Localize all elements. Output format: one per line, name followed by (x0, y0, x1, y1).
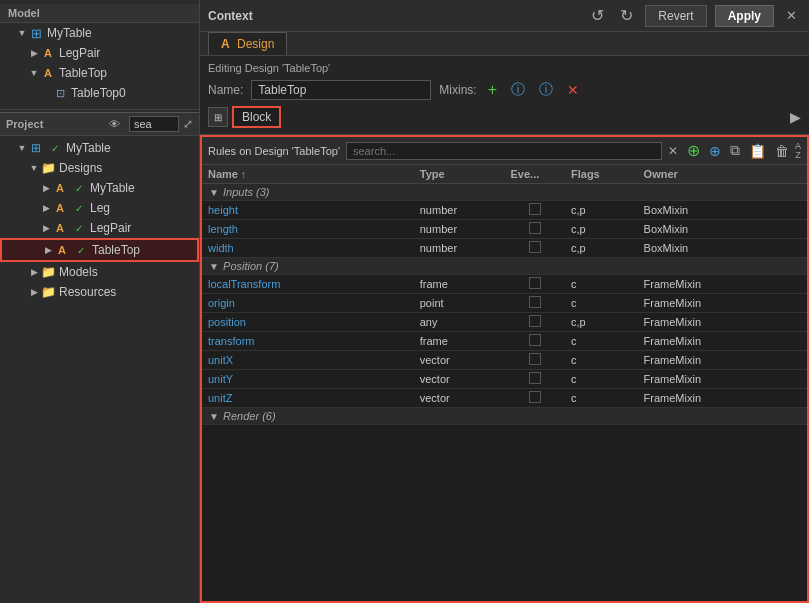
group-row-position[interactable]: ▼ Position (7) (202, 258, 807, 275)
project-tree: ▼ ⊞ ✓ MyTable ▼ 📁 Designs ▶ A ✓ MyTable (0, 136, 199, 603)
tree-item-designs[interactable]: ▼ 📁 Designs (0, 158, 199, 178)
tree-item-tabletop-model[interactable]: ▼ A TableTop (0, 63, 199, 83)
check-icon: ✓ (71, 180, 87, 196)
eve-checkbox[interactable] (529, 241, 541, 253)
group-row-render[interactable]: ▼ Render (6) (202, 408, 807, 425)
expand-arrow: ▶ (28, 48, 40, 58)
expand-arrow: ▶ (40, 183, 52, 193)
item-icon: ⊡ (52, 85, 68, 101)
cell-eve (505, 370, 566, 389)
table-row[interactable]: width number c,p BoxMixin (202, 239, 807, 258)
left-panel: Model ▼ ⊞ MyTable ▶ A LegPair ▼ A TableT… (0, 0, 200, 603)
mixin-info2-button[interactable]: ⓘ (536, 81, 556, 99)
cell-type: point (414, 294, 505, 313)
eve-checkbox[interactable] (529, 391, 541, 403)
mixin-add-button[interactable]: + (485, 81, 500, 99)
expand-arrow: ▶ (40, 223, 52, 233)
rules-search-input[interactable] (346, 142, 662, 160)
design-tab-label: Design (237, 37, 274, 51)
eve-checkbox[interactable] (529, 296, 541, 308)
table-row[interactable]: unitZ vector c FrameMixin (202, 389, 807, 408)
table-row[interactable]: unitY vector c FrameMixin (202, 370, 807, 389)
eve-checkbox[interactable] (529, 334, 541, 346)
cell-flags: c (565, 389, 638, 408)
rules-search-clear-button[interactable]: ✕ (668, 144, 678, 158)
design-tab[interactable]: A Design (208, 32, 287, 55)
tree-item-models[interactable]: ▶ 📁 Models (0, 262, 199, 282)
tree-item-tabletop0[interactable]: ⊡ TableTop0 (0, 83, 199, 103)
block-icon[interactable]: ⊞ (208, 107, 228, 127)
undo-button[interactable]: ↺ (587, 4, 608, 27)
eve-checkbox[interactable] (529, 372, 541, 384)
table-row[interactable]: position any c,p FrameMixin (202, 313, 807, 332)
tree-item-mytable[interactable]: ▼ ⊞ MyTable (0, 23, 199, 43)
cell-eve (505, 351, 566, 370)
project-section: Project 👁 ⤢ ▼ ⊞ ✓ MyTable ▼ 📁 Designs (0, 112, 199, 603)
tree-item-legpair[interactable]: ▶ A LegPair (0, 43, 199, 63)
tree-item-leg-design[interactable]: ▶ A ✓ Leg (0, 198, 199, 218)
rules-copy-button[interactable]: ⧉ (727, 141, 743, 160)
eve-checkbox[interactable] (529, 353, 541, 365)
table-row[interactable]: unitX vector c FrameMixin (202, 351, 807, 370)
rules-title: Rules on Design 'TableTop' (208, 145, 340, 157)
mixin-info1-button[interactable]: ⓘ (508, 81, 528, 99)
cell-type: vector (414, 370, 505, 389)
project-title: Project (6, 118, 102, 130)
group-row-inputs[interactable]: ▼ Inputs (3) (202, 184, 807, 201)
scroll-right-icon[interactable]: ▶ (790, 109, 801, 125)
project-expand-icon[interactable]: ⤢ (183, 117, 193, 131)
revert-button[interactable]: Revert (645, 5, 706, 27)
rules-delete-button[interactable]: 🗑 (772, 142, 792, 160)
rules-add2-button[interactable]: ⊕ (706, 142, 724, 160)
tree-item-resources[interactable]: ▶ 📁 Resources (0, 282, 199, 302)
cell-type: frame (414, 332, 505, 351)
block-button[interactable]: Block (232, 106, 281, 128)
rules-paste-button[interactable]: 📋 (746, 142, 769, 160)
close-button[interactable]: ✕ (782, 6, 801, 25)
eve-checkbox[interactable] (529, 222, 541, 234)
expand-arrow: ▼ (16, 28, 28, 38)
cell-owner: FrameMixin (638, 275, 807, 294)
cell-owner: BoxMixin (638, 220, 807, 239)
group-expand-position: ▼ (208, 261, 220, 272)
cell-owner: BoxMixin (638, 239, 807, 258)
table-row[interactable]: localTransform frame c FrameMixin (202, 275, 807, 294)
tree-item-mytable-project[interactable]: ▼ ⊞ ✓ MyTable (0, 138, 199, 158)
sort-az-icon[interactable]: A Z (795, 142, 801, 160)
eve-checkbox[interactable] (529, 315, 541, 327)
project-search-input[interactable] (129, 116, 179, 132)
cell-eve (505, 313, 566, 332)
rules-header: Rules on Design 'TableTop' ✕ ⊕ ⊕ ⧉ 📋 🗑 A… (202, 137, 807, 165)
table-row[interactable]: origin point c FrameMixin (202, 294, 807, 313)
cell-name: unitX (202, 351, 414, 370)
table-row[interactable]: length number c,p BoxMixin (202, 220, 807, 239)
table-row[interactable]: transform frame c FrameMixin (202, 332, 807, 351)
redo-button[interactable]: ↻ (616, 4, 637, 27)
cell-type: vector (414, 389, 505, 408)
tree-item-tabletop-design[interactable]: ▶ A ✓ TableTop (0, 238, 199, 262)
cell-owner: FrameMixin (638, 332, 807, 351)
block-row: ⊞ Block ▶ (208, 106, 801, 128)
cell-flags: c (565, 275, 638, 294)
tree-item-mytable-design[interactable]: ▶ A ✓ MyTable (0, 178, 199, 198)
folder-icon: 📁 (40, 284, 56, 300)
mixin-remove-button[interactable]: ✕ (564, 82, 582, 98)
model-section: Model ▼ ⊞ MyTable ▶ A LegPair ▼ A TableT… (0, 0, 199, 107)
cell-eve (505, 201, 566, 220)
eve-checkbox[interactable] (529, 277, 541, 289)
design-icon: A (52, 220, 68, 236)
apply-button[interactable]: Apply (715, 5, 774, 27)
name-input[interactable] (251, 80, 431, 100)
expand-arrow: ▼ (28, 163, 40, 173)
cell-eve (505, 239, 566, 258)
tree-item-legpair-design[interactable]: ▶ A ✓ LegPair (0, 218, 199, 238)
table-row[interactable]: height number c,p BoxMixin (202, 201, 807, 220)
col-header-name[interactable]: Name (202, 165, 414, 184)
rules-toolbar: ⊕ ⊕ ⧉ 📋 🗑 A Z (684, 140, 801, 161)
eve-checkbox[interactable] (529, 203, 541, 215)
divider (0, 109, 199, 110)
rules-add-button[interactable]: ⊕ (684, 140, 703, 161)
col-header-owner: Owner (638, 165, 807, 184)
cell-name: unitY (202, 370, 414, 389)
cell-eve (505, 220, 566, 239)
